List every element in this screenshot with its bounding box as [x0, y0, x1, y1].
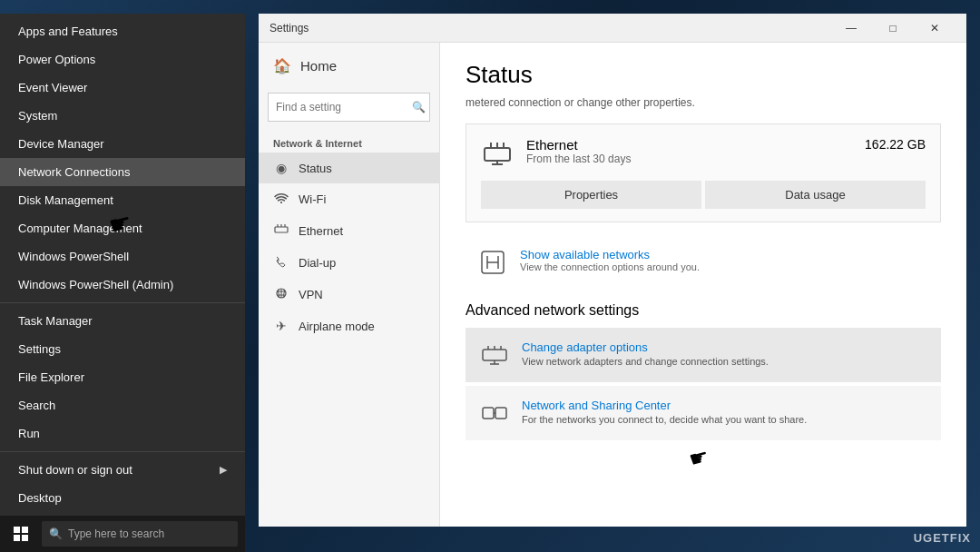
menu-item-disk-management[interactable]: Disk Management: [0, 186, 245, 214]
nav-item-wifi[interactable]: Wi-Fi: [259, 183, 439, 215]
separator-2: [0, 451, 245, 452]
window-body: 🏠 Home 🔍 Network & Internet ◉ Status: [259, 43, 966, 527]
ethernet-nav-icon: [273, 223, 289, 239]
nav-category: Network & Internet: [259, 133, 439, 153]
menu-item-desktop[interactable]: Desktop: [0, 484, 245, 512]
page-title: Status: [466, 61, 941, 89]
ethernet-card: Ethernet From the last 30 days 162.22 GB…: [466, 123, 941, 222]
maximize-button[interactable]: □: [872, 14, 914, 43]
home-icon: 🏠: [273, 57, 291, 74]
titlebar: Settings — □ ✕: [259, 14, 966, 43]
menu-item-shutdown[interactable]: Shut down or sign out ▶: [0, 456, 245, 484]
sidebar: 🏠 Home 🔍 Network & Internet ◉ Status: [259, 43, 440, 527]
menu-item-apps-features[interactable]: Apps and Features: [0, 17, 245, 45]
nav-label-ethernet: Ethernet: [299, 224, 343, 238]
menu-label-file-explorer: File Explorer: [18, 370, 84, 384]
taskbar: 🔍 Type here to search: [0, 516, 245, 552]
advanced-item-adapter[interactable]: Change adapter options View network adap…: [466, 328, 941, 382]
nav-item-dialup[interactable]: Dial-up: [259, 247, 439, 279]
search-input[interactable]: [276, 101, 412, 113]
menu-item-file-explorer[interactable]: File Explorer: [0, 363, 245, 391]
status-icon: ◉: [273, 161, 289, 175]
menu-item-event-viewer[interactable]: Event Viewer: [0, 74, 245, 102]
menu-label-disk-management: Disk Management: [18, 193, 113, 207]
subtitle-text: metered connection or change other prope…: [466, 96, 941, 109]
window-controls: — □ ✕: [830, 14, 956, 43]
menu-item-search[interactable]: Search: [0, 391, 245, 419]
close-button[interactable]: ✕: [914, 14, 956, 43]
menu-label-power-options: Power Options: [18, 53, 95, 66]
nav-item-airplane[interactable]: ✈ Airplane mode: [259, 310, 439, 341]
ethernet-size: 162.22 GB: [865, 137, 926, 152]
menu-label-run: Run: [18, 427, 40, 440]
advanced-item-sharing[interactable]: Network and Sharing Center For the netwo…: [466, 386, 941, 440]
ethernet-header: Ethernet From the last 30 days 162.22 GB: [481, 137, 926, 170]
wifi-icon: [273, 192, 289, 207]
sharing-desc: For the networks you connect to, decide …: [522, 414, 807, 425]
windows-icon: [14, 527, 28, 541]
settings-window: Settings — □ ✕ 🏠 Home 🔍 Network & Intern…: [259, 14, 966, 527]
svg-rect-16: [483, 350, 506, 360]
home-label: Home: [300, 58, 337, 74]
svg-rect-23: [495, 408, 506, 419]
menu-item-run[interactable]: Run: [0, 419, 245, 448]
ethernet-card-icon: [481, 137, 514, 170]
minimize-button[interactable]: —: [830, 14, 872, 43]
svg-rect-22: [483, 408, 494, 419]
sharing-info: Network and Sharing Center For the netwo…: [522, 399, 807, 425]
menu-label-event-viewer: Event Viewer: [18, 81, 87, 94]
show-networks-info: Show available networks View the connect…: [520, 248, 700, 272]
adapter-icon: [480, 340, 509, 370]
nav-label-vpn: VPN: [299, 288, 323, 301]
home-link[interactable]: 🏠 Home: [259, 43, 439, 89]
sharing-title[interactable]: Network and Sharing Center: [522, 399, 807, 412]
menu-item-device-manager[interactable]: Device Manager: [0, 130, 245, 158]
show-networks-desc: View the connection options around you.: [520, 261, 700, 272]
data-usage-button[interactable]: Data usage: [705, 181, 926, 209]
show-networks[interactable]: Show available networks View the connect…: [466, 237, 941, 288]
window-title: Settings: [270, 22, 830, 34]
search-box[interactable]: 🔍: [268, 93, 430, 122]
advanced-title: Advanced network settings: [466, 302, 941, 319]
adapter-title[interactable]: Change adapter options: [522, 340, 769, 354]
menu-item-system[interactable]: System: [0, 102, 245, 130]
properties-button[interactable]: Properties: [481, 181, 701, 209]
show-networks-icon: [478, 248, 507, 277]
ethernet-sub: From the last 30 days: [526, 153, 852, 165]
svg-rect-0: [275, 227, 288, 232]
menu-item-settings[interactable]: Settings: [0, 335, 245, 363]
main-content: Status metered connection or change othe…: [440, 43, 966, 527]
menu-label-search: Search: [18, 399, 55, 412]
dialup-icon: [273, 255, 289, 271]
menu-item-task-manager[interactable]: Task Manager: [0, 307, 245, 335]
shutdown-arrow-icon: ▶: [220, 464, 227, 476]
menu-label-network-connections: Network Connections: [18, 165, 131, 179]
adapter-desc: View network adapters and change connect…: [522, 356, 769, 367]
nav-item-ethernet[interactable]: Ethernet: [259, 215, 439, 247]
ethernet-name: Ethernet: [526, 137, 852, 153]
nav-label-dialup: Dial-up: [299, 256, 336, 270]
nav-item-vpn[interactable]: VPN: [259, 279, 439, 310]
menu-item-power-options[interactable]: Power Options: [0, 45, 245, 74]
nav-item-status[interactable]: ◉ Status: [259, 153, 439, 183]
sharing-icon: [480, 399, 509, 428]
start-button[interactable]: [7, 520, 34, 547]
menu-item-powershell[interactable]: Windows PowerShell: [0, 242, 245, 271]
nav-label-airplane: Airplane mode: [299, 320, 375, 333]
ethernet-info: Ethernet From the last 30 days: [526, 137, 852, 165]
menu-item-network-connections[interactable]: Network Connections: [0, 158, 245, 186]
menu-label-device-manager: Device Manager: [18, 137, 104, 151]
search-icon: 🔍: [412, 101, 426, 113]
show-networks-title[interactable]: Show available networks: [520, 248, 700, 261]
menu-label-desktop: Desktop: [18, 491, 62, 505]
nav-label-status: Status: [299, 162, 332, 175]
taskbar-search[interactable]: 🔍 Type here to search: [42, 521, 238, 547]
menu-item-powershell-admin[interactable]: Windows PowerShell (Admin): [0, 271, 245, 299]
menu-item-computer-management[interactable]: Computer Management: [0, 214, 245, 242]
menu-label-shutdown: Shut down or sign out: [18, 463, 132, 477]
airplane-icon: ✈: [273, 319, 289, 333]
context-menu: Apps and Features Power Options Event Vi…: [0, 14, 245, 516]
menu-label-system: System: [18, 109, 57, 123]
menu-label-powershell: Windows PowerShell: [18, 250, 129, 263]
ethernet-buttons: Properties Data usage: [481, 181, 926, 209]
